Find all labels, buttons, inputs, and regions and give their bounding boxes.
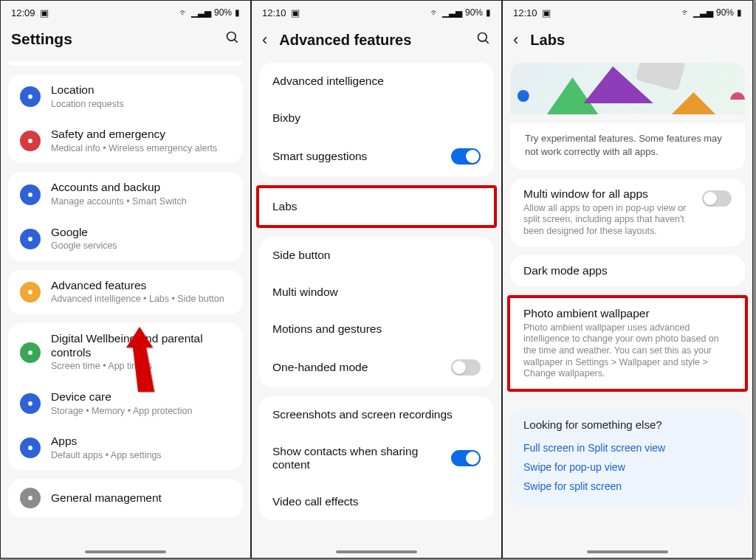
feature-label: Side button [272,249,481,262]
labs-item-group: Dark mode apps [510,255,745,287]
feature-item-labs[interactable]: Labs [259,188,494,225]
feature-group: Screenshots and screen recordingsShow co… [259,396,494,520]
search-button[interactable] [476,31,491,49]
svg-point-12 [478,33,487,42]
gesture-handle[interactable] [587,550,668,553]
feature-item-bixby[interactable]: Bixby [259,100,494,136]
labs-banner [510,63,745,114]
gear-icon [20,282,41,303]
svg-point-14 [518,90,529,102]
feature-label: Motions and gestures [272,322,481,336]
battery-icon: ▮ [235,7,240,18]
svg-point-4 [28,193,32,197]
feature-item-multi-window[interactable]: Multi window [259,274,494,311]
wifi-icon: ᯤ [430,7,439,18]
item-title: General management [51,491,231,505]
settings-group: General management [8,479,243,517]
feature-label: Show contacts when sharing content [272,445,451,471]
svg-point-10 [28,496,32,500]
sync-icon [20,184,41,205]
gesture-handle[interactable] [85,550,166,553]
toggle-switch[interactable] [451,148,481,165]
page-title: Settings [11,30,215,48]
settings-group: Advanced featuresAdvanced intelligence •… [8,270,243,314]
wellbeing-icon [20,342,41,363]
feature-item-one-handed-mode[interactable]: One-handed mode [259,348,494,387]
labs-item-dark-mode-apps[interactable]: Dark mode apps [510,255,745,287]
battery-text: 90% [716,7,734,18]
settings-item-advanced-features[interactable]: Advanced featuresAdvanced intelligence •… [8,270,243,314]
status-time: 12:10 [513,7,537,18]
feature-label: Video call effects [272,495,481,508]
location-icon [20,86,41,107]
help-link[interactable]: Swipe for pop-up view [523,457,732,477]
gesture-handle[interactable] [336,550,417,553]
feature-item-screenshots-and-screen-recordings[interactable]: Screenshots and screen recordings [259,396,494,433]
settings-group: Digital Wellbeing and parental controlsS… [8,323,243,470]
feature-item-video-call-effects[interactable]: Video call effects [259,483,494,520]
settings-item-general-management[interactable]: General management [8,479,243,517]
toggle-switch[interactable] [451,450,481,466]
screenshot-icon: ▣ [40,7,49,18]
page-title: Labs [530,32,742,49]
help-link[interactable]: Swipe for split screen [523,477,732,496]
settings-item-location[interactable]: LocationLocation requests [8,75,243,119]
help-title: Looking for something else? [523,418,732,431]
svg-point-0 [227,32,236,41]
feature-label: Bixby [272,111,481,125]
toggle-switch[interactable] [702,190,732,207]
advanced-features-list: Advanced intelligenceBixbySmart suggesti… [252,63,501,558]
signal-icon: ▁▃▅ [442,7,462,18]
item-subtitle: Location requests [51,99,231,111]
labs-item-multi-window-for-all-apps[interactable]: Multi window for all appsAllow all apps … [510,179,745,246]
screenshot-icon: ▣ [542,7,551,18]
labs-item-desc: Photo ambient wallpaper uses advanced in… [523,322,732,380]
settings-item-digital-wellbeing-and-parental-controls[interactable]: Digital Wellbeing and parental controlsS… [8,323,243,381]
settings-item-accounts-and-backup[interactable]: Accounts and backupManage accounts • Sma… [8,172,243,216]
screen-settings: 12:09 ▣ ᯤ ▁▃▅ 90% ▮ Settings LocationLoc… [0,0,251,559]
labs-item-group: Multi window for all appsAllow all apps … [510,179,745,246]
search-icon [225,30,240,45]
feature-group: Labs [256,185,497,228]
settings-item-google[interactable]: GoogleGoogle services [8,217,243,261]
feature-item-smart-suggestions[interactable]: Smart suggestions [259,136,494,176]
item-title: Digital Wellbeing and parental controls [51,332,231,359]
page-title: Advanced features [279,32,466,49]
screen-labs: 12:10 ▣ ᯤ ▁▃▅ 90% ▮ ‹ Labs Try experimen… [502,0,753,559]
feature-label: Advanced intelligence [272,75,481,88]
help-link[interactable]: Full screen in Split screen view [523,438,732,457]
feature-item-motions-and-gestures[interactable]: Motions and gestures [259,311,494,348]
search-icon [476,31,491,46]
status-time: 12:10 [262,7,286,18]
labs-item-photo-ambient-wallpaper[interactable]: Photo ambient wallpaperPhoto ambient wal… [510,298,745,389]
item-subtitle: Medical info • Wireless emergency alerts [51,143,231,155]
feature-item-show-contacts-when-sharing-content[interactable]: Show contacts when sharing content [259,433,494,483]
signal-icon: ▁▃▅ [191,7,211,18]
shield-icon [20,393,41,414]
item-subtitle: Google services [51,241,231,252]
svg-line-1 [235,40,238,43]
battery-text: 90% [214,7,232,18]
back-button[interactable]: ‹ [262,30,269,49]
feature-label: Multi window [272,286,481,299]
feature-item-side-button[interactable]: Side button [259,237,494,274]
feature-item-advanced-intelligence[interactable]: Advanced intelligence [259,63,494,100]
labs-item-title: Dark mode apps [523,264,732,278]
item-title: Device care [51,390,231,404]
back-button[interactable]: ‹ [513,30,520,49]
item-title: Safety and emergency [51,128,231,142]
svg-rect-17 [636,63,686,91]
toggle-switch[interactable] [451,359,481,376]
battery-icon: ▮ [486,7,491,18]
svg-point-7 [28,350,32,355]
settings-item-safety-and-emergency[interactable]: Safety and emergencyMedical info • Wirel… [8,119,243,163]
search-button[interactable] [225,30,240,48]
settings-group: Accounts and backupManage accounts • Sma… [8,172,243,260]
settings-item-apps[interactable]: AppsDefault apps • App settings [8,426,243,470]
settings-item-device-care[interactable]: Device careStorage • Memory • App protec… [8,381,243,426]
svg-point-6 [28,290,32,294]
labs-item-group: Photo ambient wallpaperPhoto ambient wal… [507,295,748,392]
item-subtitle: Storage • Memory • App protection [51,406,231,418]
feature-group: Side buttonMulti windowMotions and gestu… [259,237,494,387]
item-title: Google [51,226,231,240]
